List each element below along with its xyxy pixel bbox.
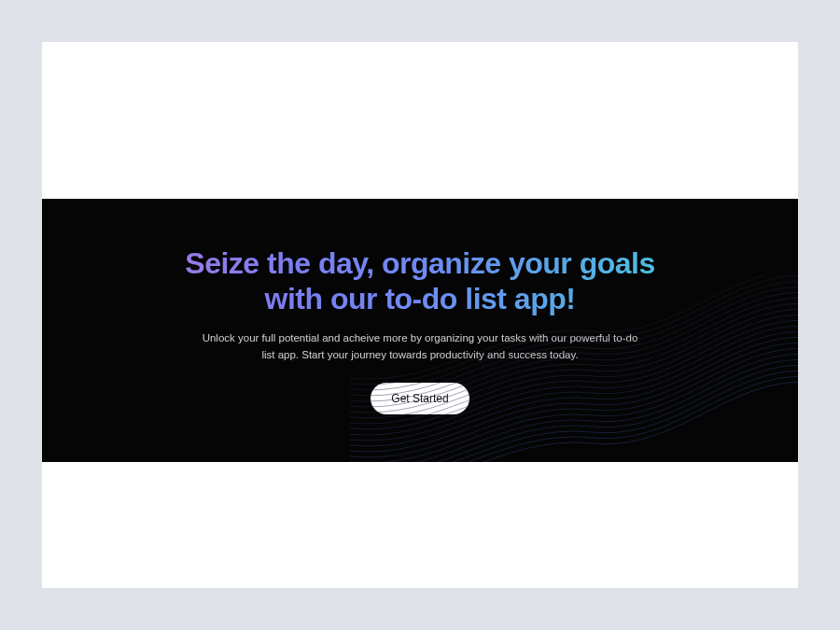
page-frame: Seize the day, organize your goals with … xyxy=(42,42,798,588)
hero-section: Seize the day, organize your goals with … xyxy=(42,199,798,462)
get-started-button[interactable]: Get Started xyxy=(371,383,469,414)
hero-subtitle: Unlock your full potential and acheive m… xyxy=(196,330,644,364)
hero-title: Seize the day, organize your goals with … xyxy=(159,246,681,317)
